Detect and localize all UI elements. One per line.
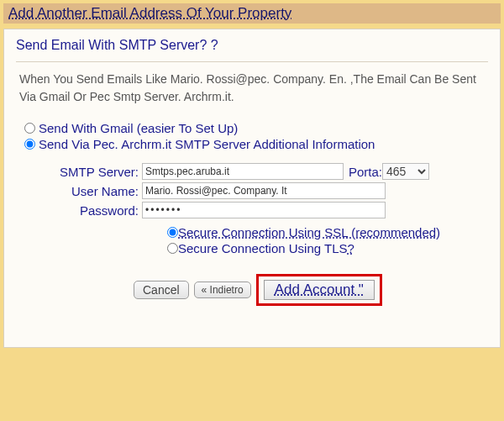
password-label: Password: xyxy=(16,203,142,218)
tls-radio[interactable] xyxy=(167,243,178,254)
send-method-group: Send With Gmail (easier To Set Up) Send … xyxy=(24,121,488,151)
smtp-server-row: SMTP Server: Porta: 465 xyxy=(16,163,488,180)
send-via-smtp-radio[interactable] xyxy=(24,139,35,150)
add-account-highlight: Add Account " xyxy=(256,274,382,306)
security-group: Secure Connection Using SSL (recommended… xyxy=(167,225,488,255)
ssl-option[interactable]: Secure Connection Using SSL (recommended… xyxy=(167,225,488,239)
dialog-panel: Send Email With SMTP Server? ? When You … xyxy=(3,29,501,348)
send-with-gmail-option[interactable]: Send With Gmail (easier To Set Up) xyxy=(24,121,488,135)
cancel-button[interactable]: Cancel xyxy=(134,281,189,299)
dialog-heading: Send Email With SMTP Server? ? xyxy=(16,38,488,53)
port-select[interactable]: 465 xyxy=(382,163,429,180)
ssl-label: Secure Connection Using SSL (recommended… xyxy=(178,225,440,239)
tls-option[interactable]: Secure Connection Using TLS ? xyxy=(167,241,488,255)
username-row: User Name: xyxy=(16,182,488,199)
send-via-smtp-option[interactable]: Send Via Pec. Archrm.it SMTP Server Addi… xyxy=(24,137,488,151)
tls-label: Secure Connection Using TLS xyxy=(178,241,348,255)
back-button[interactable]: « Indietro xyxy=(194,282,251,298)
add-account-button[interactable]: Add Account " xyxy=(264,280,375,300)
password-row: Password: xyxy=(16,202,488,218)
ssl-radio[interactable] xyxy=(167,227,178,238)
port-label: Porta: xyxy=(349,165,382,179)
password-input[interactable] xyxy=(142,202,386,218)
smtp-form: SMTP Server: Porta: 465 User Name: Passw… xyxy=(16,163,488,218)
send-with-gmail-radio[interactable] xyxy=(24,123,35,134)
username-label: User Name: xyxy=(16,184,142,198)
smtp-server-label: SMTP Server: xyxy=(16,165,142,179)
smtp-server-input[interactable] xyxy=(142,163,344,180)
heading-text: Send Email With SMTP Server? xyxy=(16,38,207,52)
help-icon[interactable]: ? xyxy=(211,38,218,52)
username-input[interactable] xyxy=(142,182,386,199)
window-title: Add Another Email Address Of Your Proper… xyxy=(3,3,501,24)
send-via-smtp-label: Send Via Pec. Archrm.it SMTP Server Addi… xyxy=(39,137,375,151)
divider xyxy=(16,61,488,62)
tls-help-icon[interactable]: ? xyxy=(348,241,354,255)
button-row: Cancel « Indietro Add Account " xyxy=(134,274,488,306)
send-with-gmail-label: Send With Gmail (easier To Set Up) xyxy=(39,121,238,135)
description-text: When You Send Emails Like Mario. Rossi@p… xyxy=(19,71,483,106)
